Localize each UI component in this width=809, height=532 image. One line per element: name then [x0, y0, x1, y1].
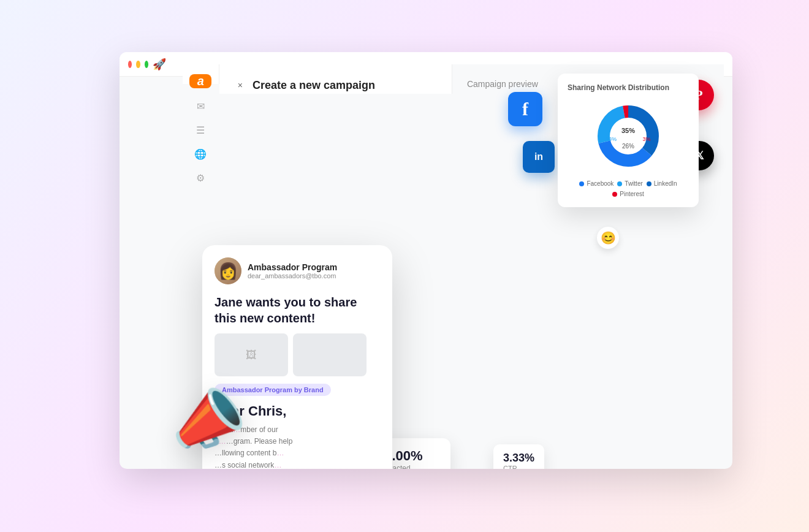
panel-title: Create a new campaign [253, 79, 375, 92]
sidebar-logo: a [189, 74, 211, 88]
donut-chart: 35% 3% 36% 26% [591, 99, 665, 173]
mobile-image-row: 🖼 [215, 333, 380, 376]
svg-text:35%: 35% [621, 127, 635, 134]
app-sidebar: a ✉ ☰ 🌐 ⚙ [183, 64, 219, 84]
mobile-program-info: Ambassador Program dear_ambassadors@tbo.… [248, 262, 337, 279]
browser-titlebar: 🚀 a ✉ ☰ 🌐 ⚙ × Create a new campaign [120, 52, 732, 77]
ctr-value: 3.33% [503, 452, 534, 465]
legend-label-facebook: Facebook [587, 180, 613, 187]
linkedin-icon: in [523, 141, 555, 173]
panel-header: × Create a new campaign [234, 79, 437, 92]
sidebar-icon-globe[interactable]: 🌐 [191, 148, 210, 160]
sidebar-icon-mail[interactable]: ✉ [191, 101, 210, 112]
ambassador-avatar [215, 257, 241, 284]
legend-facebook: Facebook [579, 180, 613, 187]
legend-dot-linkedin [647, 181, 651, 186]
sidebar-icon-menu[interactable]: ☰ [191, 124, 210, 136]
svg-text:36%: 36% [606, 136, 617, 142]
legend-twitter: Twitter [617, 180, 642, 187]
browser-window: 🚀 a ✉ ☰ 🌐 ⚙ × Create a new campaign [120, 52, 732, 469]
mobile-thumb-2 [293, 333, 367, 376]
ambassador-avatar-image [215, 257, 241, 284]
traffic-light-yellow[interactable] [136, 61, 140, 68]
program-name: Ambassador Program [248, 262, 337, 272]
rocket-emoji: 🚀 [153, 58, 166, 70]
network-distribution-card: Sharing Network Distribution 35% 3% 36% … [558, 74, 699, 207]
ctr-label: CTR [503, 465, 534, 469]
program-email: dear_ambassadors@tbo.com [248, 272, 337, 279]
sidebar-icon-settings[interactable]: ⚙ [191, 172, 210, 184]
campaign-panel: × Create a new campaign 1 General inform… [219, 64, 452, 94]
legend-label-linkedin: LinkedIn [654, 180, 677, 187]
svg-text:26%: 26% [622, 143, 634, 150]
mobile-card-header: Ambassador Program dear_ambassadors@tbo.… [215, 257, 380, 284]
network-legend: Facebook Twitter LinkedIn Pinterest [568, 180, 689, 197]
smiley-emoji: 😊 [597, 227, 619, 249]
legend-label-twitter: Twitter [625, 180, 642, 187]
facebook-icon: f [508, 92, 542, 126]
close-button[interactable]: × [234, 79, 246, 91]
legend-label-pinterest: Pinterest [620, 191, 644, 197]
ctr-card: 3.33% CTR 0.70% Shares [493, 444, 544, 469]
legend-dot-twitter [617, 181, 622, 186]
mobile-thumb-1: 🖼 [215, 333, 288, 376]
traffic-light-green[interactable] [145, 61, 148, 68]
donut-svg: 35% 3% 36% 26% [591, 99, 665, 173]
network-card-title: Sharing Network Distribution [568, 83, 689, 92]
mobile-headline: Jane wants you to share this new content… [215, 294, 380, 326]
legend-dot-pinterest [612, 192, 617, 197]
legend-linkedin: LinkedIn [647, 180, 677, 187]
legend-dot-facebook [579, 181, 584, 186]
traffic-light-red[interactable] [128, 61, 132, 68]
svg-text:3%: 3% [642, 136, 650, 142]
legend-pinterest: Pinterest [612, 191, 644, 197]
